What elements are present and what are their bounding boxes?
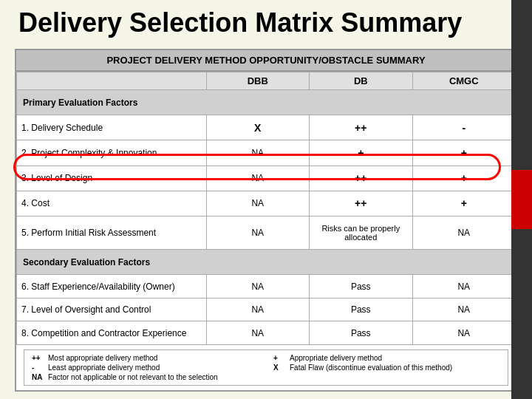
legend-description: Least appropriate delivery method xyxy=(48,364,160,372)
section-header-cell: Primary Evaluation Factors xyxy=(17,90,516,115)
row-dbb-cell: NA xyxy=(206,166,310,191)
sidebar-right xyxy=(511,0,532,399)
table-wrapper: DBB DB CMGC Primary Evaluation Factors1.… xyxy=(16,72,516,345)
row-db-cell: ++ xyxy=(310,166,413,191)
col-header-cmgc: CMGC xyxy=(412,72,515,90)
legend-description: Factor not applicable or not relevant to… xyxy=(48,373,218,381)
col-header-dbb: DBB xyxy=(206,72,310,90)
legend-item: +Appropriate delivery method xyxy=(273,354,500,362)
row-label-cell: 1. Delivery Schedule xyxy=(17,115,207,140)
row-cmgc-cell: + xyxy=(412,191,515,216)
table-row: 6. Staff Experience/Availability (Owner)… xyxy=(17,275,516,298)
matrix-header: PROJECT DELIVERY METHOD OPPORTUNITY/OBST… xyxy=(16,50,516,72)
row-db-cell: ++ xyxy=(310,191,413,216)
legend-item: ++Most appropriate delivery method xyxy=(32,354,259,362)
row-dbb-cell: NA xyxy=(206,275,310,298)
legend-box: ++Most appropriate delivery method+Appro… xyxy=(24,349,508,386)
column-headers: DBB DB CMGC xyxy=(17,72,516,90)
page: Delivery Selection Matrix Summary PROJEC… xyxy=(0,0,532,399)
legend-description: Fatal Flaw (discontinue evaluation of th… xyxy=(290,364,452,372)
row-label-cell: 8. Competition and Contractor Experience xyxy=(17,321,207,345)
row-dbb-cell: NA xyxy=(206,140,310,166)
col-header-db: DB xyxy=(310,72,413,90)
legend-symbol: X xyxy=(273,364,287,372)
row-cmgc-cell: NA xyxy=(412,321,515,345)
row-cmgc-cell: NA xyxy=(412,298,515,321)
row-label-cell: 6. Staff Experience/Availability (Owner) xyxy=(17,275,207,298)
matrix-container: PROJECT DELIVERY METHOD OPPORTUNITY/OBST… xyxy=(15,49,517,392)
legend-item: XFatal Flaw (discontinue evaluation of t… xyxy=(273,364,500,372)
row-dbb-cell: X xyxy=(206,115,310,140)
row-dbb-cell: NA xyxy=(206,321,310,345)
row-db-cell: Pass xyxy=(310,275,413,298)
sidebar-dark-bottom xyxy=(511,229,532,399)
matrix-table: DBB DB CMGC Primary Evaluation Factors1.… xyxy=(16,72,516,345)
legend-symbol: + xyxy=(273,354,287,362)
row-cmgc-cell: NA xyxy=(412,275,515,298)
row-cmgc-cell: NA xyxy=(412,216,515,250)
section-header-cell: Secondary Evaluation Factors xyxy=(17,250,516,275)
row-db-cell: Pass xyxy=(310,298,413,321)
legend-symbol: ++ xyxy=(32,354,45,362)
row-label-cell: 7. Level of Oversight and Control xyxy=(17,298,207,321)
section-header-row: Primary Evaluation Factors xyxy=(17,90,516,115)
legend-symbol: - xyxy=(32,364,45,372)
legend-symbol: NA xyxy=(32,373,45,381)
row-dbb-cell: NA xyxy=(206,191,310,216)
row-dbb-cell: NA xyxy=(206,216,310,250)
row-label-cell: 5. Perform Initial Risk Assessment xyxy=(17,216,207,250)
row-label-cell: 3. Level of Design xyxy=(17,166,207,191)
table-row: 8. Competition and Contractor Experience… xyxy=(17,321,516,345)
row-cmgc-cell: - xyxy=(412,115,515,140)
row-db-cell: ++ xyxy=(310,115,413,140)
legend-item: NAFactor not applicable or not relevant … xyxy=(32,373,259,381)
page-title: Delivery Selection Matrix Summary xyxy=(15,7,517,38)
row-db-cell: Pass xyxy=(310,321,413,345)
section-header-row: Secondary Evaluation Factors xyxy=(17,250,516,275)
row-cmgc-cell: + xyxy=(412,140,515,166)
sidebar-dark-top xyxy=(511,0,532,170)
table-row: 7. Level of Oversight and ControlNAPassN… xyxy=(17,298,516,321)
row-db-cell: + xyxy=(310,140,413,166)
row-label-cell: 4. Cost xyxy=(17,191,207,216)
row-label-cell: 2. Project Complexity & Innovation xyxy=(17,140,207,166)
table-row: 4. CostNA+++ xyxy=(17,191,516,216)
table-row: 5. Perform Initial Risk AssessmentNARisk… xyxy=(17,216,516,250)
legend-description: Most appropriate delivery method xyxy=(48,354,157,362)
sidebar-red xyxy=(511,170,532,229)
row-db-cell: Risks can be properly allocated xyxy=(310,216,413,250)
row-cmgc-cell: + xyxy=(412,166,515,191)
row-dbb-cell: NA xyxy=(206,298,310,321)
legend-item: -Least appropriate delivery method xyxy=(32,364,259,372)
table-row: 2. Project Complexity & InnovationNA++ xyxy=(17,140,516,166)
table-row: 3. Level of DesignNA+++ xyxy=(17,166,516,191)
legend-description: Appropriate delivery method xyxy=(290,354,382,362)
col-header-label xyxy=(17,72,207,90)
table-row: 1. Delivery ScheduleX++- xyxy=(17,115,516,140)
